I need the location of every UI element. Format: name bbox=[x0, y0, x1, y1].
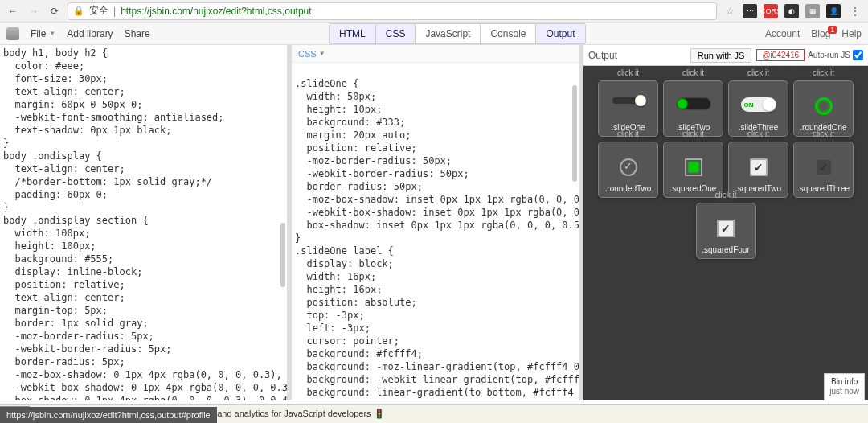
bookmark-icon[interactable]: ☆ bbox=[722, 3, 738, 19]
css-panel-header[interactable]: CSS ▼ bbox=[292, 45, 579, 63]
run-with-js-button[interactable]: Run with JS bbox=[690, 48, 752, 63]
avatar-icon[interactable]: 👤 bbox=[826, 4, 841, 18]
jsbin-toolbar: File▼ Add library Share HTML CSS JavaScr… bbox=[0, 23, 868, 45]
scrollbar[interactable] bbox=[280, 223, 285, 287]
ext-icon-3[interactable]: ◐ bbox=[784, 4, 799, 18]
url-text: https://jsbin.com/nujixoz/edit?html,css,… bbox=[121, 6, 311, 17]
tab-output[interactable]: Output bbox=[535, 23, 585, 44]
demo-squaredfour[interactable]: .squaredFour bbox=[696, 203, 756, 259]
address-bar[interactable]: 🔒 安全 | https://jsbin.com/nujixoz/edit?ht… bbox=[68, 2, 717, 20]
chevron-down-icon: ▼ bbox=[319, 50, 326, 57]
file-menu[interactable]: File▼ bbox=[31, 28, 55, 39]
output-panel-header: Output Run with JS @i042416 Auto-run JS bbox=[583, 45, 868, 66]
css-panel: CSS ▼ .slideOne { width: 50px; height: 1… bbox=[292, 45, 583, 400]
extension-icons: ⋯ CORS ◐ ▦ 👤 ⋮ bbox=[743, 3, 863, 19]
output-label: Output bbox=[588, 50, 617, 61]
lock-icon: 🔒 bbox=[73, 6, 84, 16]
browser-toolbar: ← → ⟳ 🔒 安全 | https://jsbin.com/nujixoz/e… bbox=[0, 0, 868, 23]
account-link[interactable]: Account bbox=[765, 28, 800, 39]
demo-roundedtwo[interactable]: .roundedTwo bbox=[598, 142, 658, 198]
help-link[interactable]: Help bbox=[841, 28, 862, 39]
output-panel: Output Run with JS @i042416 Auto-run JS … bbox=[583, 45, 868, 400]
css-code-editor[interactable]: .slideOne { width: 50px; height: 10px; b… bbox=[292, 63, 579, 400]
auto-run-checkbox[interactable] bbox=[853, 50, 863, 60]
jsbin-logo-icon[interactable] bbox=[6, 27, 19, 40]
ext-icon-cors[interactable]: CORS bbox=[764, 4, 778, 18]
scrollbar[interactable] bbox=[572, 85, 577, 182]
demo-stage: .slideOne .slideTwo ON .slideThree .roun… bbox=[583, 66, 868, 264]
auto-run-label: Auto-run JS bbox=[808, 51, 850, 60]
demo-squaredthree[interactable]: .squaredThree bbox=[793, 142, 854, 198]
menu-icon[interactable]: ⋮ bbox=[847, 3, 863, 19]
tab-html[interactable]: HTML bbox=[329, 23, 376, 44]
html-panel: body h1, body h2 { color: #eee; font-siz… bbox=[0, 45, 292, 400]
chevron-down-icon: ▼ bbox=[49, 30, 55, 37]
reload-button[interactable]: ⟳ bbox=[47, 3, 63, 19]
add-library-menu[interactable]: Add library bbox=[67, 28, 113, 39]
user-id-badge[interactable]: @i042416 bbox=[756, 49, 805, 61]
status-bar: https://jsbin.com/nujixoz/edit?html,css,… bbox=[0, 407, 217, 423]
tab-js[interactable]: JavaScript bbox=[415, 23, 481, 44]
tab-console[interactable]: Console bbox=[480, 23, 536, 44]
demo-slidetwo[interactable]: .slideTwo bbox=[663, 80, 723, 137]
html-code-editor[interactable]: body h1, body h2 { color: #eee; font-siz… bbox=[0, 45, 287, 400]
share-menu[interactable]: Share bbox=[125, 28, 150, 39]
panel-tabs: HTML CSS JavaScript Console Output bbox=[330, 23, 585, 44]
blog-badge: 1 bbox=[828, 26, 837, 34]
bin-info-popup[interactable]: Bin info just now bbox=[824, 373, 865, 400]
tab-css[interactable]: CSS bbox=[375, 23, 416, 44]
back-button[interactable]: ← bbox=[5, 3, 21, 19]
demo-slidethree[interactable]: ON .slideThree bbox=[728, 80, 788, 137]
blog-link[interactable]: Blog 1 bbox=[811, 28, 830, 39]
ext-icon-4[interactable]: ▦ bbox=[805, 4, 820, 18]
demo-squaredtwo[interactable]: .squaredTwo bbox=[728, 142, 788, 198]
demo-roundedone[interactable]: .roundedOne bbox=[793, 80, 854, 137]
demo-squaredone[interactable]: .squaredOne bbox=[663, 142, 723, 198]
demo-slideone[interactable]: .slideOne bbox=[598, 80, 658, 137]
main-area: body h1, body h2 { color: #eee; font-siz… bbox=[0, 45, 868, 400]
forward-button[interactable]: → bbox=[26, 3, 42, 19]
secure-label: 安全 bbox=[89, 4, 108, 18]
ext-icon-1[interactable]: ⋯ bbox=[743, 4, 757, 18]
